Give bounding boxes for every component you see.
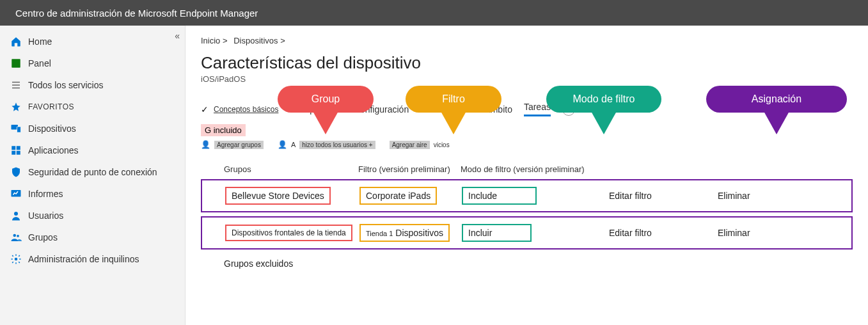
sidebar-item-label: Todos los servicios (28, 80, 175, 90)
sidebar-item-endpoint-security[interactable]: Seguridad de punto de conexión (0, 161, 185, 183)
app-title: Centro de administración de Microsoft En… (15, 8, 258, 19)
svg-rect-8 (12, 151, 15, 155)
svg-point-14 (15, 258, 18, 261)
user-icon (10, 210, 22, 221)
dashboard-icon (10, 58, 22, 69)
col-header-filter: Filtro (versión preliminar) (358, 164, 461, 174)
add-person-icon: 👤 (278, 140, 287, 149)
svg-point-13 (17, 235, 19, 237)
sidebar-item-label: Administración de inquilinos (28, 254, 175, 264)
svg-rect-0 (12, 59, 20, 68)
svg-point-11 (14, 212, 18, 216)
sidebar-item-users[interactable]: Usuarios (0, 205, 185, 226)
callout-filter: Filtro (406, 86, 501, 113)
sidebar: « Home Panel Todos los servicios FAVORIT… (0, 26, 185, 325)
sidebar-item-groups[interactable]: Grupos (0, 226, 185, 248)
sidebar-item-label: Informes (28, 189, 175, 199)
star-icon (10, 101, 22, 113)
assignments-table: Grupos Filtro (versión preliminar) Modo … (201, 161, 853, 250)
page-title: Características del dispositivo (201, 53, 853, 73)
sidebar-item-label: Seguridad de punto de conexión (28, 167, 175, 177)
sidebar-item-tenant-admin[interactable]: Administración de inquilinos (0, 248, 185, 270)
add-actions-row: 👤 Agregar grupos 👤 A hizo todos los usua… (201, 140, 853, 149)
sidebar-item-label: Dispositivos (28, 123, 175, 134)
check-icon: ✓ (201, 104, 209, 115)
sidebar-item-label: Panel (28, 58, 175, 68)
svg-rect-7 (17, 146, 20, 150)
col-header-filter-mode: Modo de filtro (versión preliminar) (461, 164, 608, 174)
sidebar-item-favorites[interactable]: FAVORITOS (0, 96, 185, 118)
sidebar-collapse-icon[interactable]: « (175, 31, 180, 41)
col-header-groups: Grupos (224, 164, 358, 174)
svg-rect-9 (17, 151, 20, 155)
home-icon (10, 36, 22, 47)
sidebar-item-apps[interactable]: Aplicaciones (0, 139, 185, 161)
step-basics[interactable]: ✓Conceptos básicos (201, 104, 278, 115)
edit-filter-link[interactable]: Editar filtro (609, 228, 718, 238)
sidebar-item-reports[interactable]: Informes (0, 183, 185, 205)
sidebar-item-home[interactable]: Home (0, 31, 185, 52)
table-row: Dispositivos frontales de la tienda Tien… (201, 216, 853, 250)
table-row: Bellevue Store Devices Corporate iPads I… (201, 179, 853, 212)
breadcrumb-part[interactable]: Dispositivos > (233, 36, 285, 45)
filter-mode-cell: Incluir (462, 224, 532, 242)
group-cell: Bellevue Store Devices (225, 187, 331, 205)
apps-icon (10, 145, 22, 156)
sidebar-item-label: Aplicaciones (28, 145, 175, 155)
list-icon (10, 79, 22, 91)
filter-cell: Corporate iPads (359, 187, 437, 205)
sidebar-item-devices[interactable]: Dispositivos (0, 118, 185, 139)
tab-included-groups[interactable]: G incluido (201, 124, 246, 136)
svg-point-12 (13, 234, 17, 237)
breadcrumb-part[interactable]: Inicio > (201, 36, 228, 45)
app-header: Centro de administración de Microsoft En… (0, 0, 868, 26)
svg-rect-6 (12, 146, 15, 150)
filter-mode-cell: Include (462, 187, 537, 205)
sidebar-item-label: Grupos (28, 232, 175, 242)
breadcrumb: Inicio > Dispositivos > (201, 36, 853, 45)
filter-cell: Tienda 1 Dispositivos (359, 224, 450, 242)
reports-icon (10, 188, 22, 200)
sidebar-item-panel[interactable]: Panel (0, 52, 185, 74)
add-all-users-button[interactable]: 👤 A hizo todos los usuarios + (278, 140, 375, 149)
sidebar-item-all-services[interactable]: Todos los servicios (0, 74, 185, 96)
svg-rect-5 (17, 127, 21, 132)
shield-icon (10, 166, 22, 178)
group-cell: Dispositivos frontales de la tienda (225, 225, 352, 241)
main-content: Inicio > Dispositivos > Características … (185, 26, 868, 325)
sidebar-item-label: FAVORITOS (28, 102, 175, 111)
groups-icon (10, 232, 22, 243)
excluded-groups-heading: Grupos excluidos (201, 258, 853, 269)
gear-icon (10, 253, 22, 265)
callout-assignment: Asignación (706, 86, 847, 113)
table-header-row: Grupos Filtro (versión preliminar) Modo … (201, 161, 853, 179)
page-subtitle: iOS/iPadOS (201, 74, 853, 84)
delete-link[interactable]: Eliminar (718, 228, 807, 238)
sidebar-item-label: Home (28, 36, 175, 47)
edit-filter-link[interactable]: Editar filtro (609, 191, 718, 201)
callout-group: Group (278, 86, 374, 113)
devices-icon (10, 123, 22, 134)
add-person-icon: 👤 (201, 140, 210, 149)
callout-filter-mode: Modo de filtro (546, 86, 661, 113)
add-groups-button[interactable]: 👤 Agregar grupos (201, 140, 264, 149)
delete-link[interactable]: Eliminar (718, 191, 807, 201)
sidebar-item-label: Usuarios (28, 210, 175, 221)
add-all-devices-button[interactable]: Agregar aire vicios (390, 141, 450, 149)
